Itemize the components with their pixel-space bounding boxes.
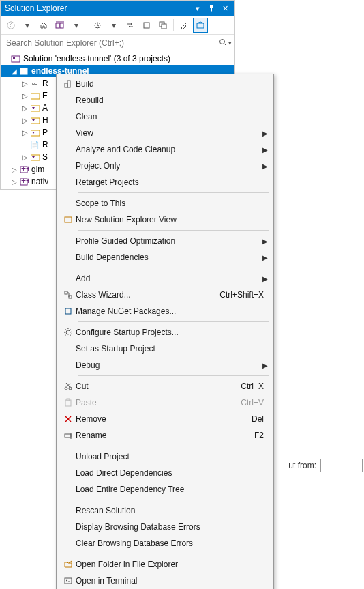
expander-icon[interactable]: ▷: [21, 129, 29, 137]
menu-analyze[interactable]: Analyze and Code Cleanup▶: [58, 141, 272, 158]
menu-rebuild[interactable]: Rebuild: [58, 92, 272, 109]
svg-rect-1: [56, 23, 59, 28]
filter-folder-icon: [29, 127, 40, 138]
menu-debug[interactable]: Debug▶: [58, 357, 272, 373]
menu-scope[interactable]: Scope to This: [58, 195, 272, 212]
svg-rect-2: [60, 23, 63, 28]
background-field-input[interactable]: [320, 459, 363, 472]
pin-icon[interactable]: [206, 3, 217, 14]
svg-rect-27: [65, 308, 71, 314]
search-icon[interactable]: ▾: [215, 38, 234, 48]
menu-class-wizard[interactable]: Class Wizard...Ctrl+Shift+X: [58, 287, 272, 303]
menu-load-entire[interactable]: Load Entire Dependency Tree: [58, 481, 272, 498]
svg-rect-26: [69, 296, 72, 298]
solution-node[interactable]: Solution 'endless-tunnel' (3 of 3 projec…: [1, 53, 234, 65]
panel-toolbar: ▾ ▾ ▾: [1, 16, 234, 35]
submenu-arrow-icon: ▶: [262, 130, 268, 137]
sync-button[interactable]: ▾: [106, 18, 121, 33]
expander-icon[interactable]: ▷: [21, 117, 29, 124]
menu-unload[interactable]: Unload Project: [58, 448, 272, 465]
expander-icon[interactable]: ▷: [21, 92, 29, 100]
submenu-arrow-icon: ▶: [262, 362, 268, 369]
svg-rect-15: [31, 118, 40, 124]
svg-rect-23: [67, 81, 70, 87]
nuget-icon: [61, 306, 76, 316]
svg-point-8: [219, 39, 224, 44]
expander-icon[interactable]: ▷: [21, 104, 29, 112]
collapse-all-button[interactable]: [155, 18, 170, 33]
forward-button[interactable]: ▾: [20, 18, 35, 33]
menu-load-direct[interactable]: Load Direct Dependencies: [58, 465, 272, 481]
menu-rescan[interactable]: Rescan Solution: [58, 502, 272, 519]
menu-build[interactable]: Build: [58, 76, 272, 92]
expander-icon[interactable]: ▷: [10, 178, 18, 186]
properties-button[interactable]: [177, 18, 192, 33]
panel-titlebar[interactable]: Solution Explorer ▾ ✕: [1, 1, 234, 16]
references-icon: ▫▫: [29, 78, 40, 89]
svg-rect-24: [65, 217, 72, 222]
project-icon: ++: [18, 176, 29, 187]
open-folder-icon: [61, 560, 76, 569]
menu-open-terminal[interactable]: Open in Terminal: [58, 573, 272, 589]
svg-rect-14: [31, 106, 40, 111]
switch-view-button[interactable]: [52, 18, 67, 33]
svg-rect-34: [65, 434, 71, 437]
svg-rect-16: [31, 130, 40, 136]
project-icon: ++: [18, 164, 29, 175]
home-button[interactable]: [36, 18, 51, 33]
pending-changes-button[interactable]: [90, 18, 105, 33]
expander-icon[interactable]: ▷: [21, 80, 29, 87]
menu-project-only[interactable]: Project Only▶: [58, 158, 272, 174]
submenu-arrow-icon: ▶: [262, 162, 268, 170]
folder-icon: [29, 90, 40, 101]
svg-rect-6: [162, 24, 166, 29]
svg-rect-13: [31, 94, 40, 99]
submenu-arrow-icon: ▶: [262, 238, 268, 245]
menu-open-folder[interactable]: Open Folder in File Explorer: [58, 556, 272, 573]
build-icon: [61, 79, 76, 89]
terminal-icon: [61, 576, 76, 586]
show-all-button[interactable]: [139, 18, 154, 33]
svg-point-28: [66, 330, 70, 334]
submenu-arrow-icon: ▶: [262, 146, 268, 154]
menu-view[interactable]: View▶: [58, 125, 272, 141]
search-input[interactable]: [1, 36, 215, 50]
sync-arrows-icon[interactable]: [123, 18, 138, 33]
svg-rect-9: [12, 56, 20, 62]
menu-new-solution-view[interactable]: New Solution Explorer View: [58, 212, 272, 228]
menu-display-browse-err[interactable]: Display Browsing Database Errors: [58, 519, 272, 535]
menu-clear-browse-err[interactable]: Clear Browsing Database Errors: [58, 535, 272, 551]
menu-nuget[interactable]: Manage NuGet Packages...: [58, 303, 272, 319]
svg-rect-7: [197, 23, 204, 28]
svg-rect-12: [20, 68, 27, 70]
new-view-icon: [61, 215, 76, 225]
menu-clean[interactable]: Clean: [58, 109, 272, 125]
switch-view-drop[interactable]: ▾: [69, 18, 84, 33]
preview-button[interactable]: [193, 18, 208, 33]
back-button[interactable]: [3, 18, 18, 33]
menu-remove[interactable]: RemoveDel: [58, 411, 272, 427]
menu-add[interactable]: Add▶: [58, 270, 272, 287]
expander-icon[interactable]: ◢: [10, 68, 18, 75]
menu-configure-startup[interactable]: Configure Startup Projects...: [58, 324, 272, 341]
svg-point-30: [65, 387, 67, 390]
svg-rect-4: [144, 23, 149, 28]
expander-icon[interactable]: ▷: [10, 166, 18, 173]
menu-cut[interactable]: CutCtrl+X: [58, 378, 272, 394]
remove-icon: [61, 414, 76, 424]
dropdown-icon[interactable]: ▾: [192, 3, 203, 14]
menu-paste: PasteCtrl+V: [58, 394, 272, 411]
expander-icon[interactable]: ▷: [21, 154, 29, 161]
menu-profile-guided[interactable]: Profile Guided Optimization▶: [58, 233, 272, 249]
menu-build-deps[interactable]: Build Dependencies▶: [58, 249, 272, 265]
close-icon[interactable]: ✕: [219, 3, 230, 14]
menu-retarget[interactable]: Retarget Projects: [58, 174, 272, 190]
svg-point-0: [7, 21, 14, 28]
menu-set-startup[interactable]: Set as Startup Project: [58, 341, 272, 357]
menu-rename[interactable]: RenameF2: [58, 427, 272, 444]
svg-text:++: ++: [21, 164, 29, 173]
svg-rect-22: [65, 83, 67, 87]
svg-text:++: ++: [21, 177, 29, 186]
svg-rect-17: [31, 155, 40, 160]
rename-icon: [61, 431, 76, 440]
